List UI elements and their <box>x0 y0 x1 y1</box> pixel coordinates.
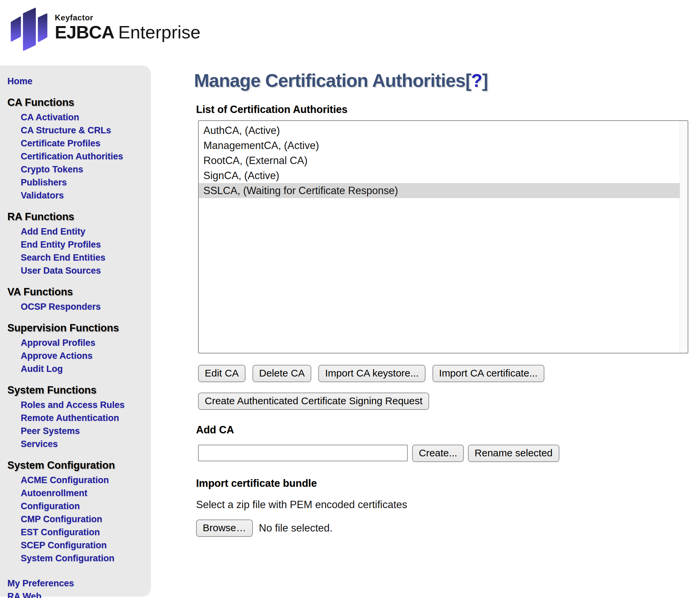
sidebar-item-end-entity-profiles[interactable]: End Entity Profiles <box>21 238 146 251</box>
import-ca-keystore-button[interactable]: Import CA keystore... <box>318 365 425 382</box>
add-ca-row: Create... Rename selected <box>198 445 693 462</box>
brand-enterprise: Enterprise <box>118 22 200 42</box>
listbox-scrollbar[interactable] <box>680 121 688 353</box>
sidebar: Home CA Functions CA Activation CA Struc… <box>0 66 151 597</box>
sidebar-item-certificate-profiles[interactable]: Certificate Profiles <box>21 137 146 150</box>
sidebar-section-va-functions: VA Functions <box>7 286 146 298</box>
rename-selected-button[interactable]: Rename selected <box>468 445 559 462</box>
import-bundle-heading: Import certificate bundle <box>196 477 693 490</box>
sidebar-section-supervision-functions: Supervision Functions <box>7 322 146 334</box>
sidebar-item-audit-log[interactable]: Audit Log <box>21 363 146 375</box>
sidebar-item-roles-access-rules[interactable]: Roles and Access Rules <box>21 399 146 412</box>
sidebar-item-ca-activation[interactable]: CA Activation <box>21 111 146 124</box>
page-title: Manage Certification Authorities[?] <box>194 70 693 91</box>
sidebar-section-ra-functions: RA Functions <box>7 211 146 223</box>
ca-listbox[interactable]: AuthCA, (Active) ManagementCA, (Active) … <box>198 120 688 353</box>
help-bracket-close: ] <box>482 70 488 91</box>
sidebar-item-scep-configuration[interactable]: SCEP Configuration <box>21 539 146 552</box>
browse-button[interactable]: Browse… <box>196 520 253 537</box>
sidebar-item-ocsp-responders[interactable]: OCSP Responders <box>21 300 146 314</box>
sidebar-item-approve-actions[interactable]: Approve Actions <box>21 349 146 363</box>
main-content: Manage Certification Authorities[?] List… <box>195 66 693 537</box>
ca-list-item[interactable]: RootCA, (External CA) <box>199 153 680 168</box>
sidebar-item-home[interactable]: Home <box>7 75 146 88</box>
sidebar-item-peer-systems[interactable]: Peer Systems <box>21 425 146 438</box>
file-status-text: No file selected. <box>259 522 333 534</box>
sidebar-item-validators[interactable]: Validators <box>21 189 146 202</box>
sidebar-item-remote-authentication[interactable]: Remote Authentication <box>21 412 146 425</box>
keyfactor-logo-icon <box>9 3 49 51</box>
create-ca-button[interactable]: Create... <box>412 445 464 462</box>
sidebar-section-system-functions: System Functions <box>7 384 146 396</box>
brand-text: Keyfactor EJBCAEnterprise <box>55 3 200 42</box>
sidebar-item-services[interactable]: Services <box>21 438 146 451</box>
brand-ejbca: EJBCA <box>55 22 114 42</box>
add-ca-heading: Add CA <box>196 424 693 436</box>
sidebar-section-ca-functions: CA Functions <box>7 97 146 108</box>
sidebar-item-system-configuration[interactable]: System Configuration <box>21 552 146 565</box>
csr-action-row: Create Authenticated Certificate Signing… <box>198 393 693 410</box>
sidebar-item-approval-profiles[interactable]: Approval Profiles <box>21 337 146 349</box>
ca-list: AuthCA, (Active) ManagementCA, (Active) … <box>199 123 680 198</box>
app-logo: Keyfactor EJBCAEnterprise <box>9 3 200 51</box>
sidebar-item-crypto-tokens[interactable]: Crypto Tokens <box>21 163 146 176</box>
sidebar-item-ra-web[interactable]: RA Web <box>7 590 146 598</box>
file-upload-row: Browse… No file selected. <box>196 520 693 537</box>
sidebar-item-ca-structure-crls[interactable]: CA Structure & CRLs <box>21 124 146 137</box>
delete-ca-button[interactable]: Delete CA <box>252 365 311 382</box>
sidebar-item-add-end-entity[interactable]: Add End Entity <box>21 225 146 238</box>
edit-ca-button[interactable]: Edit CA <box>198 365 246 382</box>
help-link[interactable]: [?] <box>465 70 488 91</box>
help-bracket-open: [ <box>465 70 471 91</box>
sidebar-item-est-configuration[interactable]: EST Configuration <box>21 526 146 539</box>
sidebar-item-certification-authorities[interactable]: Certification Authorities <box>21 150 146 163</box>
sidebar-item-my-preferences[interactable]: My Preferences <box>7 577 146 590</box>
sidebar-item-user-data-sources[interactable]: User Data Sources <box>21 264 146 277</box>
sidebar-item-search-end-entities[interactable]: Search End Entities <box>21 251 146 264</box>
create-authenticated-csr-button[interactable]: Create Authenticated Certificate Signing… <box>198 393 429 410</box>
sidebar-item-publishers[interactable]: Publishers <box>21 176 146 189</box>
sidebar-item-cmp-configuration[interactable]: CMP Configuration <box>21 513 146 526</box>
ca-list-item[interactable]: ManagementCA, (Active) <box>199 138 680 153</box>
ca-list-item[interactable]: SignCA, (Active) <box>199 168 680 183</box>
ca-actions-row: Edit CA Delete CA Import CA keystore... … <box>198 365 693 382</box>
sidebar-item-acme-configuration[interactable]: ACME Configuration <box>21 474 146 487</box>
import-ca-certificate-button[interactable]: Import CA certificate... <box>432 365 544 382</box>
sidebar-section-system-configuration: System Configuration <box>7 460 146 471</box>
brand-keyfactor: Keyfactor <box>55 14 200 22</box>
ca-list-heading: List of Certification Authorities <box>196 104 693 116</box>
page-title-text: Manage Certification Authorities <box>194 70 465 91</box>
add-ca-name-input[interactable] <box>198 445 408 462</box>
ca-list-item[interactable]: AuthCA, (Active) <box>199 123 680 138</box>
sidebar-item-autoenrollment-configuration[interactable]: Autoenrollment Configuration <box>21 487 146 513</box>
ca-list-item-selected[interactable]: SSLCA, (Waiting for Certificate Response… <box>199 183 680 198</box>
import-bundle-description: Select a zip file with PEM encoded certi… <box>196 499 693 511</box>
help-question-icon: ? <box>471 70 482 91</box>
